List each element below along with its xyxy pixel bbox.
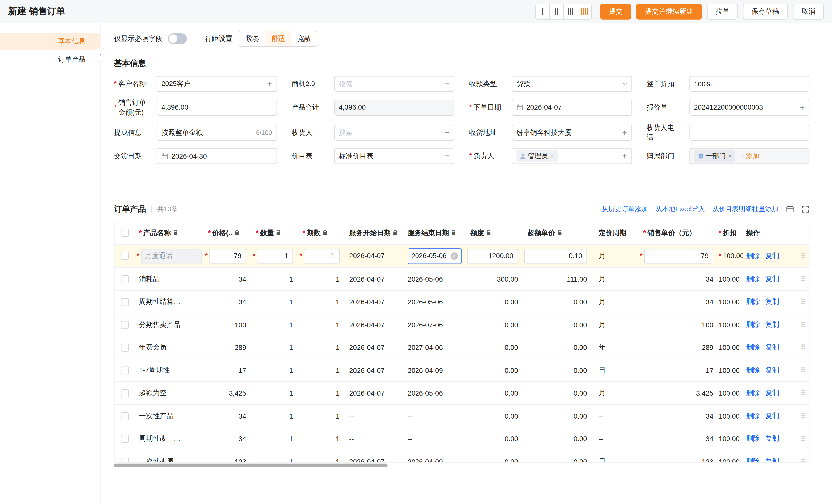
add-owner-icon[interactable]: + — [622, 152, 627, 160]
excess-price-input[interactable] — [524, 248, 587, 263]
spacing-option-compact[interactable]: 紧凑 — [239, 31, 265, 46]
pull-order-button[interactable]: 拉单 — [707, 3, 737, 20]
payment-type-value[interactable] — [517, 80, 619, 88]
quantity-input[interactable] — [257, 248, 293, 263]
copy-link[interactable]: 复制 — [765, 366, 779, 375]
commission-value[interactable] — [161, 128, 253, 136]
copy-link[interactable]: 复制 — [765, 343, 779, 352]
select-all-checkbox[interactable] — [121, 229, 129, 237]
price-list-input[interactable] — [339, 152, 441, 160]
add-address-icon[interactable]: + — [622, 128, 627, 137]
import-excel-link[interactable]: 从本地Excel导入 — [655, 205, 705, 214]
delete-link[interactable]: 删除 — [746, 251, 760, 261]
delivery-date-input[interactable] — [171, 152, 272, 160]
sidebar-item-basic-info[interactable]: 基本信息 — [0, 33, 100, 50]
copy-link[interactable]: 复制 — [765, 434, 779, 444]
layout-3col-button[interactable] — [564, 4, 577, 19]
delete-link[interactable]: 删除 — [746, 320, 760, 329]
spacing-option-wide[interactable]: 宽敞 — [291, 31, 317, 46]
row-checkbox[interactable] — [121, 435, 129, 443]
row-checkbox[interactable] — [121, 321, 129, 329]
row-checkbox[interactable] — [121, 366, 129, 374]
periods-input[interactable] — [304, 248, 340, 263]
batch-add-pricelist-link[interactable]: 从价目表明细批量添加 — [712, 205, 779, 214]
delivery-date-picker[interactable] — [157, 148, 277, 164]
order-discount-input[interactable] — [694, 80, 805, 88]
add-price-list-icon[interactable]: + — [445, 152, 450, 160]
price-input[interactable] — [209, 248, 246, 263]
row-checkbox[interactable] — [121, 275, 129, 283]
spacing-option-comfortable[interactable]: 舒适 — [265, 31, 291, 46]
opportunity-search-input[interactable] — [339, 80, 441, 88]
commission-input-box[interactable]: 6/100 — [157, 124, 277, 140]
submit-button[interactable]: 提交 — [600, 3, 631, 20]
save-draft-button[interactable]: 保存草稿 — [743, 3, 788, 20]
row-checkbox[interactable] — [121, 458, 129, 462]
payment-type-select[interactable] — [512, 76, 632, 92]
cancel-button[interactable]: 取消 — [793, 3, 824, 20]
submit-and-new-button[interactable]: 提交并继续新建 — [636, 3, 702, 20]
copy-link[interactable]: 复制 — [765, 274, 779, 284]
required-only-toggle[interactable] — [167, 33, 187, 44]
add-customer-icon[interactable]: + — [267, 80, 272, 88]
layout-1col-button[interactable] — [536, 4, 550, 19]
drag-handle-icon[interactable]: ⠿ — [801, 435, 806, 442]
copy-link[interactable]: 复制 — [765, 388, 779, 398]
row-checkbox[interactable] — [121, 252, 129, 260]
card-view-icon[interactable] — [786, 205, 794, 213]
drag-handle-icon[interactable]: ⠿ — [801, 276, 806, 283]
delete-link[interactable]: 删除 — [746, 434, 760, 444]
row-checkbox[interactable] — [121, 343, 129, 351]
delete-link[interactable]: 删除 — [746, 388, 760, 398]
customer-name-input[interactable] — [161, 80, 264, 88]
add-consignee-icon[interactable]: + — [445, 128, 450, 137]
remove-owner-icon[interactable]: × — [551, 152, 554, 160]
order-date-input[interactable] — [526, 103, 627, 111]
sidebar-collapse-button[interactable]: ‹ — [97, 48, 104, 61]
drag-handle-icon[interactable]: ⠿ — [801, 321, 806, 328]
row-checkbox[interactable] — [121, 298, 129, 306]
drag-handle-icon[interactable]: ⠿ — [801, 253, 806, 260]
fullscreen-icon[interactable] — [801, 205, 809, 213]
service-end-date-input[interactable]: 2026-05-06 × — [408, 248, 462, 264]
delete-link[interactable]: 删除 — [746, 343, 760, 352]
drag-handle-icon[interactable]: ⠿ — [801, 413, 806, 420]
layout-4col-button[interactable] — [577, 4, 591, 19]
drag-handle-icon[interactable]: ⠿ — [801, 458, 806, 462]
drag-handle-icon[interactable]: ⠿ — [801, 367, 806, 374]
copy-link[interactable]: 复制 — [765, 251, 779, 261]
drag-handle-icon[interactable]: ⠿ — [801, 298, 806, 306]
quota-input[interactable] — [467, 248, 518, 263]
horizontal-scrollbar[interactable] — [114, 463, 388, 467]
add-from-history-link[interactable]: 从历史订单添加 — [602, 205, 648, 214]
delete-link[interactable]: 删除 — [746, 297, 760, 307]
unit-price-input[interactable] — [645, 248, 713, 263]
quote-input[interactable] — [694, 103, 796, 111]
remove-department-icon[interactable]: × — [728, 152, 732, 160]
drag-handle-icon[interactable]: ⠿ — [801, 344, 806, 351]
cell-service-start[interactable]: 2026-04-07 — [345, 244, 403, 267]
delivery-address-input[interactable] — [517, 128, 619, 136]
order-amount-input[interactable] — [161, 103, 272, 111]
row-checkbox[interactable] — [121, 389, 129, 397]
layout-2col-button[interactable] — [550, 4, 564, 19]
add-department-link[interactable]: + 添加 — [740, 152, 759, 161]
sidebar-item-order-products[interactable]: 订单产品 — [0, 51, 100, 68]
cell-service-start: 2026-04-07 — [345, 314, 403, 336]
copy-link[interactable]: 复制 — [765, 457, 779, 462]
copy-link[interactable]: 复制 — [765, 320, 779, 329]
row-checkbox[interactable] — [121, 412, 129, 420]
order-date-picker[interactable] — [512, 100, 632, 115]
consignee-search-input[interactable] — [339, 128, 441, 136]
drag-handle-icon[interactable]: ⠿ — [801, 390, 806, 397]
add-quote-icon[interactable]: + — [800, 103, 805, 112]
clear-date-icon[interactable]: × — [451, 252, 458, 260]
delete-link[interactable]: 删除 — [746, 411, 760, 421]
copy-link[interactable]: 复制 — [765, 411, 779, 421]
delete-link[interactable]: 删除 — [746, 274, 760, 284]
consignee-phone-input[interactable] — [694, 128, 805, 136]
delete-link[interactable]: 删除 — [746, 366, 760, 375]
add-opportunity-icon[interactable]: + — [445, 80, 450, 88]
delete-link[interactable]: 删除 — [746, 457, 760, 462]
copy-link[interactable]: 复制 — [765, 297, 779, 307]
